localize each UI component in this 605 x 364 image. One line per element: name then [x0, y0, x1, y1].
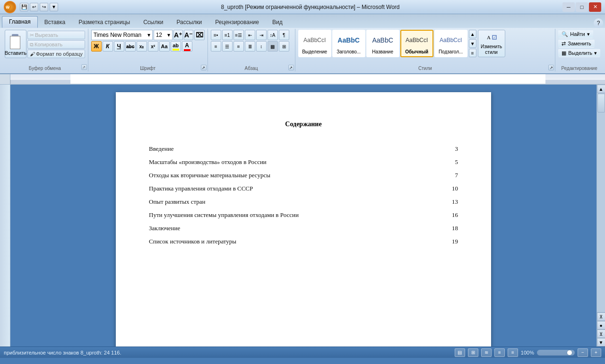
scroll-up-button[interactable]: ▲ — [597, 85, 605, 93]
select-button[interactable]: ▦ Выделить ▾ — [558, 49, 600, 57]
format-painter-button[interactable]: 🖌Формат по образцу — [27, 50, 85, 58]
change-case-button[interactable]: Аа — [159, 41, 170, 52]
page-down-button[interactable]: ⊻ — [597, 329, 605, 338]
save-quick-btn[interactable]: 💾 — [20, 3, 28, 11]
zoom-thumb[interactable] — [567, 350, 572, 355]
maximize-button[interactable]: □ — [576, 2, 588, 12]
zoom-in-button[interactable]: + — [591, 348, 601, 357]
style-swatch-3[interactable]: AaBbCcI Обычный — [400, 30, 433, 57]
close-button[interactable]: ✕ — [589, 2, 601, 12]
style-swatch-0[interactable]: AaBbCcI Выделение — [298, 30, 331, 57]
office-button[interactable]: W — [4, 1, 16, 13]
shading-button[interactable]: ▩ — [268, 41, 278, 52]
svg-text:✓: ✓ — [493, 35, 496, 40]
toc-page-3: 10 — [444, 182, 458, 195]
tab-view[interactable]: Вид — [266, 17, 289, 28]
outline-view-button[interactable]: ≡ — [494, 348, 505, 357]
document-scroll-area[interactable]: Содержание Введение 3 Масштабы «производ… — [10, 85, 596, 347]
draft-view-button[interactable]: ≡ — [508, 348, 518, 357]
align-right-button[interactable]: ≡ — [233, 41, 244, 52]
sort-button[interactable]: ↕A — [268, 30, 278, 40]
cut-button[interactable]: ✂Вырезать — [27, 31, 85, 39]
ruler-area — [0, 74, 605, 85]
scroll-down-button[interactable]: ▼ — [597, 338, 605, 347]
toc-row-2: Отходы как вторичные материальные ресурс… — [149, 169, 458, 182]
tab-review[interactable]: Рецензирование — [208, 17, 266, 28]
toc-page-7: 19 — [444, 235, 458, 248]
document-page: Содержание Введение 3 Масштабы «производ… — [116, 92, 491, 347]
replace-icon: ⇄ — [562, 41, 566, 47]
title-bar: W 💾 ↩ ↪ ▼ 8_uproth [Режим ограниченной ф… — [0, 0, 605, 14]
toc-entry-5: Пути улучшения системы управления отхода… — [149, 208, 444, 222]
font-increase-button[interactable]: A⁺ — [173, 30, 183, 40]
font-size-selector[interactable]: 12 ▾ — [154, 30, 173, 40]
scroll-track[interactable] — [597, 93, 605, 312]
redo-quick-btn[interactable]: ↪ — [40, 3, 48, 11]
horizontal-ruler — [10, 74, 605, 84]
decrease-indent-button[interactable]: ⇤ — [245, 30, 255, 40]
styles-expand-btn[interactable]: ≡ — [469, 49, 476, 57]
highlight-color-button[interactable]: аb — [171, 41, 181, 52]
paste-button[interactable]: Вставить — [5, 30, 26, 58]
customize-quick-btn[interactable]: ▼ — [50, 3, 58, 11]
font-name-selector[interactable]: Times New Roman ▾ — [91, 30, 153, 40]
tab-references[interactable]: Ссылки — [137, 17, 170, 28]
page-up-button[interactable]: ⊼ — [597, 312, 605, 321]
find-button[interactable]: 🔍 Найти ▾ — [558, 30, 593, 38]
font-expand-btn[interactable]: ↗ — [201, 65, 207, 70]
toc-row-5: Пути улучшения системы управления отхода… — [149, 208, 458, 222]
tab-layout[interactable]: Разметка страницы — [72, 17, 137, 28]
change-styles-button[interactable]: A ✓ Изменить стили — [478, 30, 505, 57]
status-bar: приблизительное число знаков 8_uproth: 2… — [0, 347, 605, 358]
toc-page-6: 18 — [444, 222, 458, 235]
web-layout-view-button[interactable]: ≋ — [481, 348, 492, 357]
tab-home[interactable]: Главная — [2, 16, 38, 28]
justify-button[interactable]: ≣ — [245, 41, 255, 52]
paste-label: Вставить — [5, 50, 27, 56]
tab-mailings[interactable]: Рассылки — [170, 17, 208, 28]
strikethrough-button[interactable]: аbc — [125, 41, 136, 52]
underline-button[interactable]: Ч — [114, 41, 124, 52]
numbering-button[interactable]: ≡1 — [222, 30, 233, 40]
superscript-button[interactable]: х² — [148, 41, 158, 52]
italic-button[interactable]: К — [103, 41, 113, 52]
increase-indent-button[interactable]: ⇥ — [256, 30, 267, 40]
replace-button[interactable]: ⇄ Заменить — [558, 39, 594, 48]
style-swatch-4[interactable]: AaBbCcI Подзагол... — [434, 30, 467, 57]
minimize-button[interactable]: ─ — [562, 2, 575, 12]
clipboard-expand-btn[interactable]: ↗ — [81, 64, 87, 70]
zoom-slider[interactable] — [537, 350, 575, 355]
bullets-button[interactable]: ≡• — [211, 30, 221, 40]
clear-format-button[interactable]: ⌧ — [194, 30, 205, 40]
clipboard-group-label: Буфер обмена ↗ — [2, 66, 88, 71]
help-button[interactable]: ? — [594, 18, 603, 28]
toc-page-4: 13 — [444, 195, 458, 208]
paragraph-expand-btn[interactable]: ↗ — [288, 65, 294, 70]
zoom-out-button[interactable]: − — [578, 348, 588, 357]
vertical-scrollbar[interactable]: ▲ ⊼ ● ⊻ ▼ — [596, 85, 605, 347]
print-layout-view-button[interactable]: ▤ — [455, 348, 465, 357]
select-browse-object-button[interactable]: ● — [597, 321, 605, 329]
undo-quick-btn[interactable]: ↩ — [30, 3, 38, 11]
subscript-button[interactable]: х₂ — [137, 41, 147, 52]
align-left-button[interactable]: ≡ — [211, 41, 221, 52]
borders-button[interactable]: ⊞ — [279, 41, 289, 52]
show-marks-button[interactable]: ¶ — [279, 30, 289, 40]
toc-row-6: Заключение 18 — [149, 222, 458, 235]
bold-button[interactable]: Ж — [91, 41, 102, 52]
copy-button[interactable]: ⧉Копировать — [27, 40, 85, 49]
ribbon-tab-bar: Главная Вставка Разметка страницы Ссылки… — [0, 14, 605, 28]
align-center-button[interactable]: ☰ — [222, 41, 233, 52]
style-swatch-2[interactable]: AaBbC Название — [366, 30, 399, 57]
style-swatch-1[interactable]: AaBbC Заголово... — [332, 30, 365, 57]
scroll-thumb[interactable] — [597, 94, 605, 113]
font-color-button[interactable]: А — [182, 41, 192, 52]
styles-scroll-up[interactable]: ▲ — [469, 30, 476, 38]
line-spacing-button[interactable]: ↕ — [256, 41, 267, 52]
styles-expand-corner-btn[interactable]: ↗ — [548, 65, 554, 70]
full-reading-view-button[interactable]: ⊞ — [468, 348, 478, 357]
styles-scroll-down[interactable]: ▼ — [469, 39, 476, 48]
multilevel-button[interactable]: ≡☰ — [233, 30, 244, 40]
font-decrease-button[interactable]: A⁻ — [184, 30, 193, 40]
tab-insert[interactable]: Вставка — [38, 17, 72, 28]
